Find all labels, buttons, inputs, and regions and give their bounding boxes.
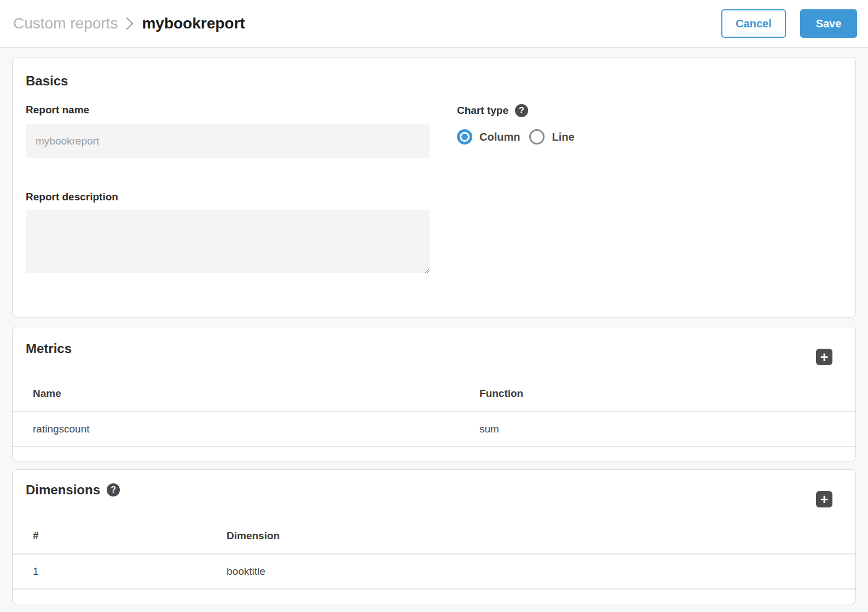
dimensions-table-row[interactable]: 1 booktitle — [13, 555, 855, 590]
basics-section: Basics Report name Report description Ch… — [12, 57, 856, 317]
report-name-input[interactable] — [26, 124, 430, 158]
dimensions-header: Dimensions ? + — [13, 470, 855, 518]
chevron-right-icon — [125, 15, 135, 32]
radio-column-label[interactable]: Column — [479, 131, 520, 143]
report-description-textarea[interactable] — [26, 210, 430, 273]
report-editor: Basics Report name Report description Ch… — [0, 48, 868, 604]
dimensions-column-header-index: # — [13, 530, 227, 542]
metric-name-cell: ratingscount — [13, 423, 479, 435]
dimension-name-cell: booktitle — [227, 565, 855, 578]
metrics-header: Metrics + — [13, 327, 855, 376]
dimensions-column-header-dimension: Dimension — [227, 530, 855, 542]
metrics-column-header-name: Name — [13, 388, 479, 400]
chart-type-column: Chart type ? Column Line — [457, 73, 842, 301]
topbar-actions: Cancel Save — [721, 9, 857, 38]
dimensions-section: Dimensions ? + # Dimension 1 booktitle — [12, 469, 856, 604]
radio-line-label[interactable]: Line — [552, 131, 574, 143]
report-description-label: Report description — [26, 191, 430, 203]
top-bar: Custom reports mybookreport Cancel Save — [0, 0, 868, 48]
radio-line-unselected[interactable] — [529, 129, 545, 145]
chart-type-radio-group: Column Line — [457, 129, 842, 145]
help-icon[interactable]: ? — [515, 104, 528, 117]
plus-icon: + — [820, 492, 829, 506]
dimensions-title: Dimensions — [26, 482, 100, 498]
add-dimension-button[interactable]: + — [816, 491, 832, 507]
metric-function-cell: sum — [479, 423, 855, 435]
dimensions-table-header: # Dimension — [13, 518, 855, 555]
metrics-table-row[interactable]: ratingscount sum — [13, 412, 855, 447]
chart-type-label-row: Chart type ? — [457, 104, 842, 117]
breadcrumb: Custom reports mybookreport — [13, 15, 245, 32]
page-title: mybookreport — [142, 15, 245, 32]
plus-icon: + — [820, 350, 829, 364]
breadcrumb-parent-link[interactable]: Custom reports — [13, 15, 118, 32]
radio-column-selected[interactable] — [457, 129, 472, 145]
chart-type-label: Chart type — [457, 105, 508, 117]
add-metric-button[interactable]: + — [816, 349, 832, 365]
report-name-label: Report name — [26, 104, 430, 116]
metrics-title: Metrics — [26, 341, 72, 356]
cancel-button[interactable]: Cancel — [721, 9, 786, 38]
dimensions-help-icon[interactable]: ? — [107, 483, 120, 496]
metrics-table-header: Name Function — [13, 376, 855, 412]
metrics-column-header-function: Function — [479, 388, 855, 400]
basics-left-column: Basics Report name Report description — [26, 73, 430, 301]
dimension-index-cell: 1 — [13, 565, 227, 578]
metrics-section: Metrics + Name Function ratingscount sum — [12, 327, 856, 461]
save-button[interactable]: Save — [800, 9, 857, 38]
basics-title: Basics — [26, 73, 430, 89]
